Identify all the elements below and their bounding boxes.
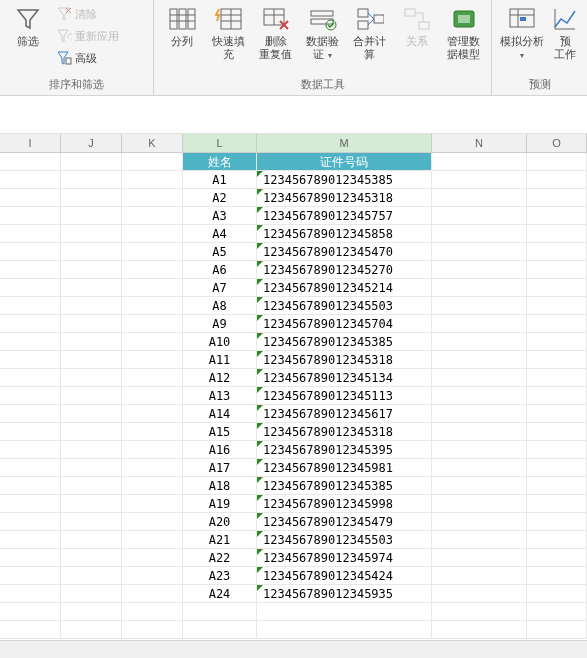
id-cell[interactable]: 123456789012345214 (257, 279, 432, 297)
cell[interactable] (0, 261, 61, 279)
cell[interactable] (527, 549, 587, 567)
name-cell[interactable]: A14 (183, 405, 257, 423)
id-cell[interactable]: 123456789012345134 (257, 369, 432, 387)
cell[interactable] (61, 153, 122, 171)
cell[interactable] (0, 207, 61, 225)
flash-fill-button[interactable]: 快速填充 (207, 2, 250, 61)
cell[interactable] (61, 261, 122, 279)
cell[interactable] (0, 369, 61, 387)
cell[interactable] (122, 549, 183, 567)
name-cell[interactable]: A22 (183, 549, 257, 567)
cell[interactable] (432, 477, 527, 495)
cell[interactable] (432, 261, 527, 279)
cell[interactable] (122, 423, 183, 441)
cell[interactable] (257, 603, 432, 621)
cell[interactable] (432, 405, 527, 423)
col-header[interactable]: K (122, 134, 183, 152)
cell[interactable] (432, 585, 527, 603)
cell[interactable] (432, 189, 527, 207)
cell[interactable] (527, 477, 587, 495)
id-cell[interactable]: 123456789012345935 (257, 585, 432, 603)
cell[interactable] (61, 225, 122, 243)
whatif-button[interactable]: 模拟分析▾ (498, 2, 546, 62)
name-cell[interactable]: A10 (183, 333, 257, 351)
cell[interactable] (61, 495, 122, 513)
name-cell[interactable]: A23 (183, 567, 257, 585)
cell[interactable] (527, 423, 587, 441)
cell[interactable] (61, 513, 122, 531)
cell[interactable] (122, 189, 183, 207)
cell[interactable] (122, 513, 183, 531)
cell[interactable] (61, 585, 122, 603)
cell[interactable] (527, 441, 587, 459)
name-cell[interactable]: A2 (183, 189, 257, 207)
clear-button[interactable]: 清除 (54, 4, 121, 24)
id-cell[interactable]: 123456789012345617 (257, 405, 432, 423)
id-cell[interactable]: 123456789012345503 (257, 297, 432, 315)
cell[interactable] (61, 243, 122, 261)
cell[interactable] (61, 333, 122, 351)
cell[interactable] (432, 495, 527, 513)
id-cell[interactable]: 123456789012345385 (257, 171, 432, 189)
relationships-button[interactable]: 关系 (395, 2, 438, 48)
cell[interactable] (432, 423, 527, 441)
name-cell[interactable]: A3 (183, 207, 257, 225)
cell[interactable] (432, 531, 527, 549)
cell[interactable] (527, 225, 587, 243)
cell[interactable] (61, 441, 122, 459)
cell[interactable] (0, 423, 61, 441)
cell[interactable] (0, 333, 61, 351)
cell[interactable] (0, 549, 61, 567)
cell[interactable] (0, 297, 61, 315)
name-cell[interactable]: A12 (183, 369, 257, 387)
name-cell[interactable]: A21 (183, 531, 257, 549)
name-cell[interactable]: A1 (183, 171, 257, 189)
cell[interactable] (527, 387, 587, 405)
name-cell[interactable]: A4 (183, 225, 257, 243)
cell[interactable] (432, 297, 527, 315)
cell[interactable] (527, 189, 587, 207)
cell[interactable] (432, 207, 527, 225)
table-header-id[interactable]: 证件号码 (257, 153, 432, 171)
cell[interactable] (122, 279, 183, 297)
cell[interactable] (527, 153, 587, 171)
cell[interactable] (527, 315, 587, 333)
cell[interactable] (432, 441, 527, 459)
cell[interactable] (122, 297, 183, 315)
name-cell[interactable]: A15 (183, 423, 257, 441)
id-cell[interactable]: 123456789012345318 (257, 189, 432, 207)
cell[interactable] (527, 351, 587, 369)
cell[interactable] (527, 603, 587, 621)
cell[interactable] (527, 585, 587, 603)
cell[interactable] (61, 189, 122, 207)
id-cell[interactable]: 123456789012345757 (257, 207, 432, 225)
cell[interactable] (527, 621, 587, 639)
cell[interactable] (432, 567, 527, 585)
cell[interactable] (527, 333, 587, 351)
cell[interactable] (432, 387, 527, 405)
cell[interactable] (122, 261, 183, 279)
cell[interactable] (61, 279, 122, 297)
name-cell[interactable]: A16 (183, 441, 257, 459)
cell[interactable] (432, 315, 527, 333)
id-cell[interactable]: 123456789012345974 (257, 549, 432, 567)
cell[interactable] (527, 369, 587, 387)
id-cell[interactable]: 123456789012345998 (257, 495, 432, 513)
cell[interactable] (0, 171, 61, 189)
cell[interactable] (0, 189, 61, 207)
cell[interactable] (122, 495, 183, 513)
cell[interactable] (122, 351, 183, 369)
data-validation-button[interactable]: 数据验证 ▾ (301, 2, 344, 62)
cell[interactable] (0, 531, 61, 549)
horizontal-scrollbar[interactable] (0, 640, 587, 658)
cell[interactable] (432, 351, 527, 369)
cell[interactable] (0, 315, 61, 333)
manage-data-model-button[interactable]: 管理数据模型 (442, 2, 485, 61)
table-header-name[interactable]: 姓名 (183, 153, 257, 171)
cell[interactable] (0, 585, 61, 603)
cell[interactable] (527, 459, 587, 477)
cell[interactable] (0, 351, 61, 369)
cell[interactable] (527, 279, 587, 297)
cell[interactable] (527, 297, 587, 315)
cell[interactable] (0, 513, 61, 531)
